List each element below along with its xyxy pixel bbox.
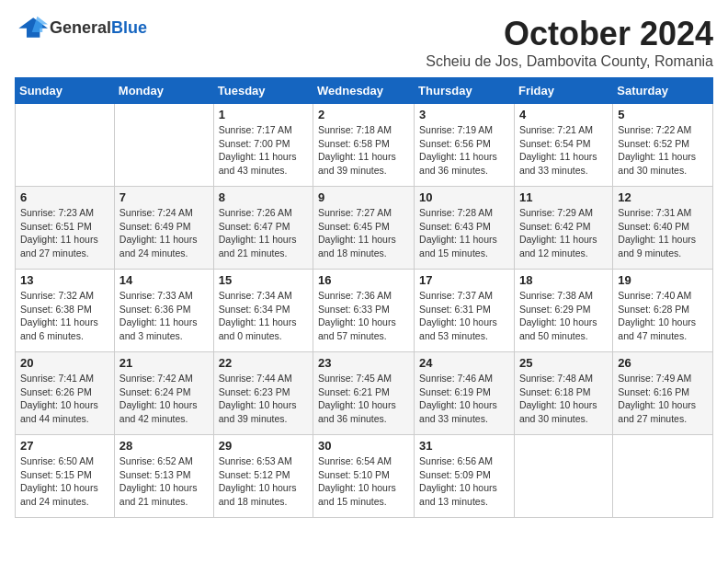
title-block: October 2024 Scheiu de Jos, Dambovita Co… xyxy=(426,15,713,70)
calendar-table: SundayMondayTuesdayWednesdayThursdayFrid… xyxy=(15,77,713,518)
svg-marker-0 xyxy=(18,17,48,38)
weekday-monday: Monday xyxy=(114,78,213,104)
day-detail: Sunrise: 7:40 AM Sunset: 6:28 PM Dayligh… xyxy=(618,289,708,343)
calendar-body: 1Sunrise: 7:17 AM Sunset: 7:00 PM Daylig… xyxy=(16,104,713,518)
calendar-cell: 5Sunrise: 7:22 AM Sunset: 6:52 PM Daylig… xyxy=(613,104,713,187)
day-number: 5 xyxy=(618,108,708,121)
weekday-header-row: SundayMondayTuesdayWednesdayThursdayFrid… xyxy=(16,78,713,104)
day-detail: Sunrise: 7:48 AM Sunset: 6:18 PM Dayligh… xyxy=(519,372,608,426)
calendar-cell: 25Sunrise: 7:48 AM Sunset: 6:18 PM Dayli… xyxy=(514,352,612,435)
day-number: 7 xyxy=(119,190,209,204)
calendar-cell: 17Sunrise: 7:37 AM Sunset: 6:31 PM Dayli… xyxy=(415,270,515,352)
day-number: 31 xyxy=(419,439,509,453)
weekday-tuesday: Tuesday xyxy=(213,78,313,104)
calendar-cell: 11Sunrise: 7:29 AM Sunset: 6:42 PM Dayli… xyxy=(514,187,612,270)
calendar-cell: 23Sunrise: 7:45 AM Sunset: 6:21 PM Dayli… xyxy=(313,352,415,435)
day-detail: Sunrise: 6:50 AM Sunset: 5:15 PM Dayligh… xyxy=(20,454,109,509)
calendar-cell: 27Sunrise: 6:50 AM Sunset: 5:15 PM Dayli… xyxy=(16,435,115,518)
calendar-cell: 31Sunrise: 6:56 AM Sunset: 5:09 PM Dayli… xyxy=(415,435,515,518)
calendar-cell: 29Sunrise: 6:53 AM Sunset: 5:12 PM Dayli… xyxy=(213,435,313,518)
calendar-header: SundayMondayTuesdayWednesdayThursdayFrid… xyxy=(16,78,713,104)
day-detail: Sunrise: 7:49 AM Sunset: 6:16 PM Dayligh… xyxy=(618,372,708,426)
logo-general: General xyxy=(50,18,111,37)
day-number: 23 xyxy=(318,356,409,370)
weekday-wednesday: Wednesday xyxy=(313,78,415,104)
day-detail: Sunrise: 7:27 AM Sunset: 6:45 PM Dayligh… xyxy=(318,206,409,260)
calendar-cell xyxy=(114,104,213,187)
weekday-thursday: Thursday xyxy=(415,78,515,104)
day-number: 11 xyxy=(519,190,608,204)
day-detail: Sunrise: 6:52 AM Sunset: 5:13 PM Dayligh… xyxy=(119,454,209,509)
day-detail: Sunrise: 7:38 AM Sunset: 6:29 PM Dayligh… xyxy=(519,289,608,343)
day-number: 20 xyxy=(20,356,109,370)
calendar-cell: 24Sunrise: 7:46 AM Sunset: 6:19 PM Dayli… xyxy=(415,352,515,435)
day-number: 17 xyxy=(419,273,509,287)
day-detail: Sunrise: 7:34 AM Sunset: 6:34 PM Dayligh… xyxy=(219,289,308,343)
day-number: 26 xyxy=(618,356,708,370)
day-number: 15 xyxy=(219,273,308,287)
calendar-cell xyxy=(514,435,612,518)
day-number: 22 xyxy=(219,356,308,370)
calendar-cell: 13Sunrise: 7:32 AM Sunset: 6:38 PM Dayli… xyxy=(16,270,115,352)
day-detail: Sunrise: 6:56 AM Sunset: 5:09 PM Dayligh… xyxy=(419,454,509,509)
calendar-cell: 2Sunrise: 7:18 AM Sunset: 6:58 PM Daylig… xyxy=(313,104,415,187)
logo-icon xyxy=(15,15,48,40)
day-number: 13 xyxy=(20,273,109,287)
calendar-cell: 14Sunrise: 7:33 AM Sunset: 6:36 PM Dayli… xyxy=(114,270,213,352)
day-detail: Sunrise: 7:22 AM Sunset: 6:52 PM Dayligh… xyxy=(618,123,708,178)
calendar-cell: 30Sunrise: 6:54 AM Sunset: 5:10 PM Dayli… xyxy=(313,435,415,518)
day-detail: Sunrise: 7:29 AM Sunset: 6:42 PM Dayligh… xyxy=(519,206,608,260)
day-detail: Sunrise: 7:36 AM Sunset: 6:33 PM Dayligh… xyxy=(318,289,409,343)
day-number: 9 xyxy=(318,190,409,204)
calendar-cell: 6Sunrise: 7:23 AM Sunset: 6:51 PM Daylig… xyxy=(16,187,115,270)
page-header: GeneralBlue October 2024 Scheiu de Jos, … xyxy=(15,15,713,70)
week-row-1: 1Sunrise: 7:17 AM Sunset: 7:00 PM Daylig… xyxy=(16,104,713,187)
logo-blue: Blue xyxy=(111,18,147,37)
day-detail: Sunrise: 7:33 AM Sunset: 6:36 PM Dayligh… xyxy=(119,289,209,343)
day-number: 16 xyxy=(318,273,409,287)
day-detail: Sunrise: 7:17 AM Sunset: 7:00 PM Dayligh… xyxy=(219,123,308,178)
day-detail: Sunrise: 7:45 AM Sunset: 6:21 PM Dayligh… xyxy=(318,372,409,426)
calendar-cell: 7Sunrise: 7:24 AM Sunset: 6:49 PM Daylig… xyxy=(114,187,213,270)
week-row-4: 20Sunrise: 7:41 AM Sunset: 6:26 PM Dayli… xyxy=(16,352,713,435)
week-row-3: 13Sunrise: 7:32 AM Sunset: 6:38 PM Dayli… xyxy=(16,270,713,352)
day-number: 25 xyxy=(519,356,608,370)
day-number: 10 xyxy=(419,190,509,204)
logo: GeneralBlue xyxy=(15,15,147,40)
calendar-cell: 18Sunrise: 7:38 AM Sunset: 6:29 PM Dayli… xyxy=(514,270,612,352)
day-detail: Sunrise: 7:23 AM Sunset: 6:51 PM Dayligh… xyxy=(20,206,109,260)
day-detail: Sunrise: 6:53 AM Sunset: 5:12 PM Dayligh… xyxy=(219,454,308,509)
calendar-cell: 16Sunrise: 7:36 AM Sunset: 6:33 PM Dayli… xyxy=(313,270,415,352)
day-number: 14 xyxy=(119,273,209,287)
location-subtitle: Scheiu de Jos, Dambovita County, Romania xyxy=(426,53,713,70)
day-detail: Sunrise: 7:18 AM Sunset: 6:58 PM Dayligh… xyxy=(318,123,409,178)
calendar-cell: 12Sunrise: 7:31 AM Sunset: 6:40 PM Dayli… xyxy=(613,187,713,270)
day-number: 19 xyxy=(618,273,708,287)
day-detail: Sunrise: 7:28 AM Sunset: 6:43 PM Dayligh… xyxy=(419,206,509,260)
calendar-cell: 20Sunrise: 7:41 AM Sunset: 6:26 PM Dayli… xyxy=(16,352,115,435)
month-title: October 2024 xyxy=(426,15,713,53)
calendar-cell: 19Sunrise: 7:40 AM Sunset: 6:28 PM Dayli… xyxy=(613,270,713,352)
day-number: 2 xyxy=(318,108,409,121)
day-number: 8 xyxy=(219,190,308,204)
day-number: 28 xyxy=(119,439,209,453)
calendar-cell: 15Sunrise: 7:34 AM Sunset: 6:34 PM Dayli… xyxy=(213,270,313,352)
day-detail: Sunrise: 7:26 AM Sunset: 6:47 PM Dayligh… xyxy=(219,206,308,260)
calendar-cell xyxy=(16,104,115,187)
calendar-cell xyxy=(613,435,713,518)
calendar-cell: 26Sunrise: 7:49 AM Sunset: 6:16 PM Dayli… xyxy=(613,352,713,435)
day-number: 1 xyxy=(219,108,308,121)
calendar-cell: 1Sunrise: 7:17 AM Sunset: 7:00 PM Daylig… xyxy=(213,104,313,187)
week-row-2: 6Sunrise: 7:23 AM Sunset: 6:51 PM Daylig… xyxy=(16,187,713,270)
weekday-friday: Friday xyxy=(514,78,612,104)
day-number: 27 xyxy=(20,439,109,453)
day-detail: Sunrise: 7:41 AM Sunset: 6:26 PM Dayligh… xyxy=(20,372,109,426)
day-detail: Sunrise: 7:31 AM Sunset: 6:40 PM Dayligh… xyxy=(618,206,708,260)
day-detail: Sunrise: 7:24 AM Sunset: 6:49 PM Dayligh… xyxy=(119,206,209,260)
day-number: 18 xyxy=(519,273,608,287)
day-number: 29 xyxy=(219,439,308,453)
calendar-cell: 28Sunrise: 6:52 AM Sunset: 5:13 PM Dayli… xyxy=(114,435,213,518)
day-detail: Sunrise: 7:21 AM Sunset: 6:54 PM Dayligh… xyxy=(519,123,608,178)
calendar-cell: 8Sunrise: 7:26 AM Sunset: 6:47 PM Daylig… xyxy=(213,187,313,270)
calendar-cell: 21Sunrise: 7:42 AM Sunset: 6:24 PM Dayli… xyxy=(114,352,213,435)
